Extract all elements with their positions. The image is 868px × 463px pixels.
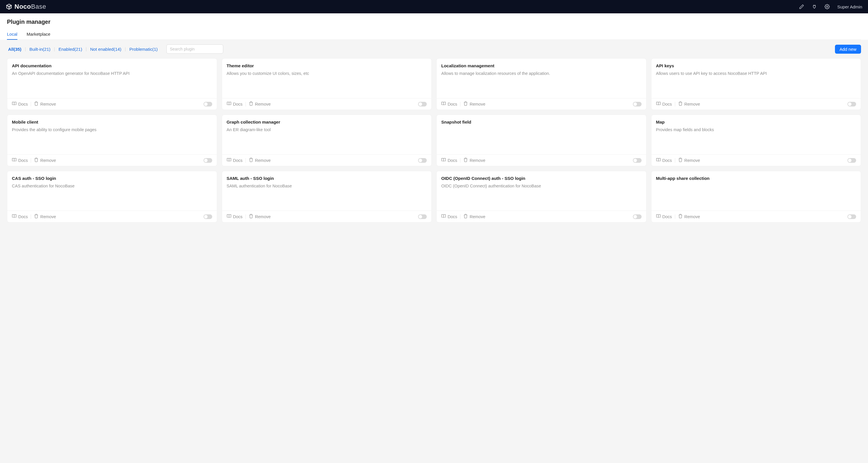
plugin-card: Theme editor Allows you to customize UI … [222, 58, 432, 110]
plugin-card: API keys Allows users to use API key to … [651, 58, 861, 110]
filter-all[interactable]: All(35) [7, 47, 23, 52]
plugin-title: Map [656, 119, 857, 124]
remove-button[interactable]: Remove [34, 214, 56, 219]
book-icon [441, 214, 446, 219]
docs-label: Docs [233, 102, 243, 107]
topbar: NocoBase Super Admin [0, 0, 868, 13]
plugin-desc: An ER diagram-like tool [227, 127, 427, 133]
book-icon [12, 101, 17, 107]
enable-toggle[interactable] [847, 214, 856, 219]
docs-button[interactable]: Docs [656, 101, 672, 107]
filter-builtin[interactable]: Built-in(21) [28, 47, 52, 52]
enable-toggle[interactable] [847, 102, 856, 107]
svg-point-0 [827, 6, 828, 7]
plugin-desc: Allows to manage localization resources … [441, 70, 642, 77]
trash-icon [249, 157, 253, 163]
docs-button[interactable]: Docs [441, 157, 457, 163]
docs-label: Docs [233, 214, 243, 219]
logo[interactable]: NocoBase [6, 3, 46, 10]
enable-toggle[interactable] [418, 158, 427, 163]
plugin-desc: An OpenAPI documentation generator for N… [12, 70, 212, 77]
docs-button[interactable]: Docs [227, 101, 243, 107]
page-title: Plugin manager [7, 19, 861, 25]
plugin-title: API documentation [12, 63, 212, 68]
topbar-right: Super Admin [799, 4, 862, 9]
enable-toggle[interactable] [204, 214, 212, 219]
trash-icon [678, 157, 683, 163]
docs-label: Docs [662, 158, 672, 163]
docs-button[interactable]: Docs [12, 157, 28, 163]
enable-toggle[interactable] [204, 102, 212, 107]
action-sep [246, 102, 246, 107]
enable-toggle[interactable] [204, 158, 212, 163]
plugin-desc: CAS authentication for NocoBase [12, 183, 212, 189]
enable-toggle[interactable] [847, 158, 856, 163]
remove-button[interactable]: Remove [678, 101, 700, 107]
book-icon [12, 157, 17, 163]
trash-icon [463, 214, 468, 219]
docs-button[interactable]: Docs [656, 157, 672, 163]
tab-marketplace[interactable]: Marketplace [27, 32, 51, 39]
remove-button[interactable]: Remove [463, 214, 485, 219]
trash-icon [34, 214, 38, 219]
plugin-card: SAML auth - SSO login SAML authenticatio… [222, 171, 432, 223]
tab-local[interactable]: Local [7, 32, 18, 39]
remove-button[interactable]: Remove [249, 214, 271, 219]
docs-button[interactable]: Docs [12, 214, 28, 219]
docs-button[interactable]: Docs [227, 214, 243, 219]
filter-not-enabled[interactable]: Not enabled(14) [89, 47, 123, 52]
filter-sep: | [54, 47, 55, 51]
filter-problematic[interactable]: Problematic(1) [128, 47, 159, 52]
action-sep [31, 158, 31, 163]
remove-button[interactable]: Remove [678, 157, 700, 163]
enable-toggle[interactable] [633, 158, 642, 163]
docs-button[interactable]: Docs [441, 101, 457, 107]
plugin-icon[interactable] [812, 4, 817, 9]
search-input[interactable] [166, 45, 223, 54]
remove-button[interactable]: Remove [34, 101, 56, 107]
docs-button[interactable]: Docs [12, 101, 28, 107]
book-icon [656, 157, 661, 163]
remove-button[interactable]: Remove [34, 157, 56, 163]
trash-icon [463, 101, 468, 107]
enable-toggle[interactable] [418, 102, 427, 107]
enable-toggle[interactable] [633, 214, 642, 219]
plugin-title: CAS auth - SSO login [12, 176, 212, 181]
plugin-card: Mobile client Provides the ability to co… [7, 115, 217, 166]
docs-label: Docs [447, 214, 457, 219]
action-sep [460, 214, 460, 219]
remove-label: Remove [40, 102, 56, 107]
plugin-title: OIDC (OpenID Connect) auth - SSO login [441, 176, 642, 181]
plugin-card: Multi-app share collection Docs Remove [651, 171, 861, 223]
enable-toggle[interactable] [633, 102, 642, 107]
filter-enabled[interactable]: Enabled(21) [57, 47, 84, 52]
remove-label: Remove [40, 214, 56, 219]
plugin-desc: SAML authentication for NocoBase [227, 183, 427, 189]
trash-icon [34, 101, 38, 107]
docs-label: Docs [662, 214, 672, 219]
remove-label: Remove [255, 214, 271, 219]
design-icon[interactable] [799, 4, 804, 9]
remove-button[interactable]: Remove [463, 101, 485, 107]
remove-button[interactable]: Remove [678, 214, 700, 219]
docs-button[interactable]: Docs [441, 214, 457, 219]
plugin-title: Snapshot field [441, 119, 642, 124]
action-sep [675, 214, 675, 219]
user-menu[interactable]: Super Admin [837, 4, 862, 9]
remove-label: Remove [255, 102, 271, 107]
docs-button[interactable]: Docs [227, 157, 243, 163]
remove-button[interactable]: Remove [249, 101, 271, 107]
trash-icon [34, 157, 38, 163]
plugin-title: Theme editor [227, 63, 427, 68]
remove-button[interactable]: Remove [463, 157, 485, 163]
docs-button[interactable]: Docs [656, 214, 672, 219]
plugin-desc: OIDC (OpenID Connect) authentication for… [441, 183, 642, 189]
gear-icon[interactable] [825, 4, 830, 9]
add-new-button[interactable]: Add new [835, 45, 861, 54]
remove-button[interactable]: Remove [249, 157, 271, 163]
plugin-title: API keys [656, 63, 857, 68]
logo-base: Base [31, 3, 46, 10]
enable-toggle[interactable] [418, 214, 427, 219]
remove-label: Remove [470, 102, 485, 107]
plugin-grid: API documentation An OpenAPI documentati… [0, 58, 868, 229]
